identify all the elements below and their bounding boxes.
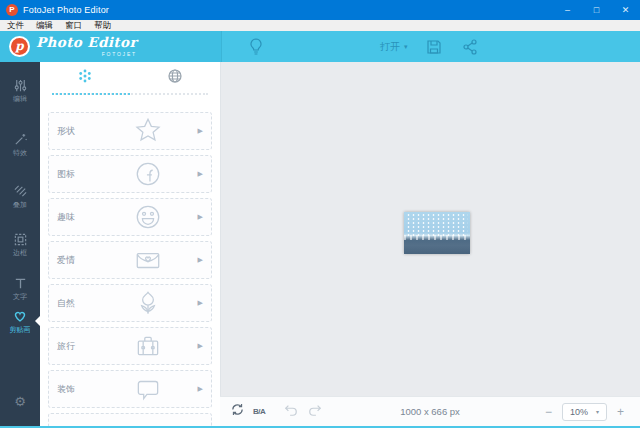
side-navigation: 编辑 特效 叠加: [0, 62, 40, 426]
tips-button[interactable]: [246, 36, 266, 62]
header: p Photo Editor FOTOJET 打开 ▾: [0, 31, 640, 62]
zoom-out-button[interactable]: −: [539, 405, 558, 419]
chevron-right-icon: ▶: [198, 256, 203, 264]
window-title: FotoJet Photo Editor: [23, 5, 109, 15]
sidebar-item-label: 文字: [0, 293, 40, 301]
tab-underline-active: [52, 93, 130, 95]
minimize-button[interactable]: –: [553, 0, 582, 20]
brand-logo: p Photo Editor FOTOJET: [0, 31, 222, 62]
compare-button[interactable]: B/A: [253, 407, 265, 416]
category-decoration[interactable]: 装饰 ▶: [48, 370, 212, 408]
canvas-photo[interactable]: [404, 212, 470, 254]
category-partial[interactable]: ▶: [48, 413, 212, 426]
open-label: 打开: [380, 40, 400, 54]
smiley-icon: [99, 202, 198, 232]
statusbar: B/A 1000 x 666 px − 10% ▾ +: [220, 396, 640, 426]
love-letter-icon: [99, 245, 198, 275]
sidebar-item-label: 特效: [0, 149, 40, 157]
sidebar-item-frame[interactable]: 边框: [0, 232, 40, 257]
chevron-down-icon: ▾: [404, 43, 408, 51]
menu-edit[interactable]: 编辑: [36, 20, 53, 32]
redo-button[interactable]: [307, 403, 323, 421]
tab-clipart-library[interactable]: [40, 62, 130, 94]
category-shapes[interactable]: 形状 ▶: [48, 112, 212, 150]
flower-icon: [99, 288, 198, 318]
undo-icon: [283, 403, 299, 421]
category-icons[interactable]: 图标 ▶: [48, 155, 212, 193]
chevron-right-icon: ▶: [198, 385, 203, 393]
text-icon: [0, 276, 40, 291]
compare-icon: B/A: [253, 407, 265, 416]
frame-icon: [0, 232, 40, 247]
share-button[interactable]: [460, 36, 480, 62]
clipart-panel: 形状 ▶ 图标 ▶ 趣味: [40, 62, 220, 426]
suitcase-icon: [99, 331, 198, 361]
chevron-right-icon: ▶: [198, 342, 203, 350]
window-controls: – □ ✕: [553, 0, 640, 20]
snowflake-icon: [77, 68, 93, 88]
menubar: 文件 编辑 窗口 帮助: [0, 20, 640, 31]
category-fun[interactable]: 趣味 ▶: [48, 198, 212, 236]
sidebar-item-label: 编辑: [0, 95, 40, 103]
save-button[interactable]: [424, 36, 444, 62]
star-icon: [99, 116, 198, 146]
magic-wand-icon: [0, 132, 40, 147]
zoom-level-value: 10%: [570, 407, 588, 417]
brand-sub: FOTOJET: [36, 52, 137, 57]
zoom-in-button[interactable]: +: [611, 405, 630, 419]
tab-clipart-online[interactable]: [130, 62, 220, 94]
chevron-right-icon: ▶: [198, 170, 203, 178]
menu-window[interactable]: 窗口: [65, 20, 82, 32]
sidebar-item-label: 边框: [0, 249, 40, 257]
sidebar-item-label: 剪贴画: [0, 326, 40, 334]
gear-icon: ⚙: [14, 394, 26, 409]
zoom-level-dropdown[interactable]: 10% ▾: [562, 403, 607, 421]
app-window: P FotoJet Photo Editor – □ ✕ 文件 编辑 窗口 帮助…: [0, 0, 640, 428]
sidebar-item-overlay[interactable]: 叠加: [0, 184, 40, 209]
facebook-icon: [99, 159, 198, 189]
undo-button[interactable]: [283, 403, 299, 421]
panel-tabs: [40, 62, 220, 94]
chevron-down-icon: ▾: [596, 408, 599, 415]
redo-icon: [307, 403, 323, 421]
speech-bubble-icon: [99, 374, 198, 404]
brand-badge-icon: p: [9, 36, 30, 57]
texture-icon: [0, 184, 40, 199]
sliders-icon: [0, 78, 40, 93]
zoom-controls: − 10% ▾ +: [539, 403, 630, 421]
sidebar-item-clipart[interactable]: 剪贴画: [0, 308, 40, 334]
heart-icon: [0, 308, 40, 324]
sidebar-item-edit[interactable]: 编辑: [0, 78, 40, 103]
close-button[interactable]: ✕: [611, 0, 640, 20]
settings-button[interactable]: ⚙: [0, 394, 40, 409]
sidebar-item-text[interactable]: 文字: [0, 276, 40, 301]
save-icon: [424, 36, 444, 62]
lightbulb-icon: [246, 36, 266, 62]
canvas-area: [220, 62, 640, 396]
chevron-right-icon: ▶: [198, 299, 203, 307]
reset-icon: [230, 402, 245, 421]
chevron-right-icon: ▶: [198, 213, 203, 221]
app-logo-icon: P: [6, 4, 18, 16]
category-travel[interactable]: 旅行 ▶: [48, 327, 212, 365]
sidebar-item-effect[interactable]: 特效: [0, 132, 40, 157]
globe-icon: [167, 68, 183, 88]
share-icon: [460, 36, 480, 62]
brand-name: Photo Editor: [36, 36, 137, 50]
reset-button[interactable]: [230, 402, 245, 421]
open-button[interactable]: 打开 ▾: [380, 40, 408, 54]
glasses-icon: [99, 417, 198, 426]
chevron-right-icon: ▶: [198, 127, 203, 135]
titlebar: P FotoJet Photo Editor – □ ✕: [0, 0, 640, 20]
sidebar-item-label: 叠加: [0, 201, 40, 209]
maximize-button[interactable]: □: [582, 0, 611, 20]
category-nature[interactable]: 自然 ▶: [48, 284, 212, 322]
clipart-category-list: 形状 ▶ 图标 ▶ 趣味: [48, 112, 212, 426]
menu-help[interactable]: 帮助: [94, 20, 111, 32]
category-love[interactable]: 爱情 ▶: [48, 241, 212, 279]
menu-file[interactable]: 文件: [7, 20, 24, 32]
